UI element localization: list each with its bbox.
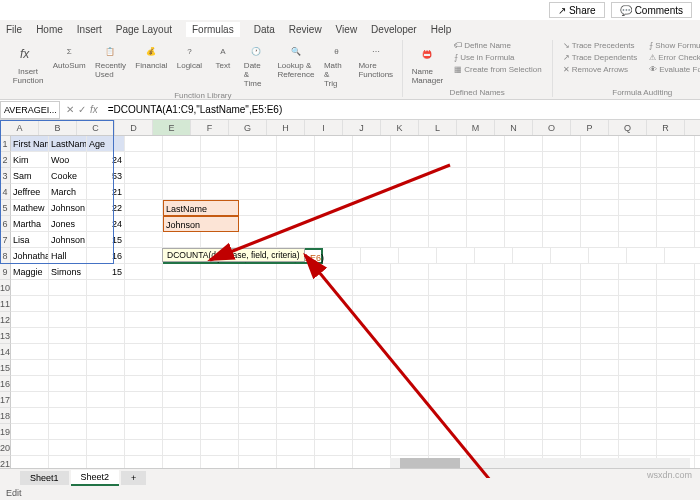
cell-N3[interactable] — [505, 168, 543, 184]
col-header-f[interactable]: F — [191, 120, 229, 135]
cell-O10[interactable] — [543, 280, 581, 296]
cell-G13[interactable] — [239, 328, 277, 344]
row-header-16[interactable]: 16 — [0, 376, 11, 392]
cell-G12[interactable] — [239, 312, 277, 328]
error-checking-button[interactable]: ⚠Error Checking — [645, 52, 700, 63]
cell-F17[interactable] — [201, 392, 239, 408]
cell-R19[interactable] — [657, 424, 695, 440]
cell-A5[interactable]: Mathew — [11, 200, 49, 216]
cell-O6[interactable] — [543, 216, 581, 232]
cell-O12[interactable] — [543, 312, 581, 328]
cell-M5[interactable] — [467, 200, 505, 216]
cell-K1[interactable] — [391, 136, 429, 152]
cell-M1[interactable] — [467, 136, 505, 152]
row-header-14[interactable]: 14 — [0, 344, 11, 360]
financial-button[interactable]: 💰Financial — [133, 40, 170, 72]
cell-G16[interactable] — [239, 376, 277, 392]
cell-I1[interactable] — [315, 136, 353, 152]
cell-S4[interactable] — [695, 184, 700, 200]
cell-Q19[interactable] — [619, 424, 657, 440]
trace-precedents-button[interactable]: ↘Trace Precedents — [559, 40, 642, 51]
cell-A19[interactable] — [11, 424, 49, 440]
cell-B7[interactable]: Johnson — [49, 232, 87, 248]
cell-O13[interactable] — [543, 328, 581, 344]
cell-O2[interactable] — [543, 152, 581, 168]
cell-N15[interactable] — [505, 360, 543, 376]
cell-D11[interactable] — [125, 296, 163, 312]
cell-O18[interactable] — [543, 408, 581, 424]
menu-formulas[interactable]: Formulas — [186, 22, 240, 37]
cell-B18[interactable] — [49, 408, 87, 424]
cell-S10[interactable] — [695, 280, 700, 296]
cell-M2[interactable] — [467, 152, 505, 168]
col-header-k[interactable]: K — [381, 120, 419, 135]
cell-B17[interactable] — [49, 392, 87, 408]
row-header-8[interactable]: 8 — [0, 248, 11, 264]
cell-O1[interactable] — [543, 136, 581, 152]
cell-A16[interactable] — [11, 376, 49, 392]
cell-C19[interactable] — [87, 424, 125, 440]
cell-C3[interactable]: 53 — [87, 168, 125, 184]
cell-N4[interactable] — [505, 184, 543, 200]
cell-A3[interactable]: Sam — [11, 168, 49, 184]
menu-file[interactable]: File — [6, 24, 22, 35]
cell-C5[interactable]: 22 — [87, 200, 125, 216]
row-header-10[interactable]: 10 — [0, 280, 11, 296]
cell-M3[interactable] — [467, 168, 505, 184]
more-functions-button[interactable]: ⋯More Functions — [356, 40, 396, 81]
cell-B14[interactable] — [49, 344, 87, 360]
cell-Q9[interactable] — [619, 264, 657, 280]
cell-C15[interactable] — [87, 360, 125, 376]
cell-P19[interactable] — [581, 424, 619, 440]
cell-P14[interactable] — [581, 344, 619, 360]
cell-E9[interactable] — [163, 264, 201, 280]
cell-J1[interactable] — [353, 136, 391, 152]
cell-N13[interactable] — [505, 328, 543, 344]
cell-S9[interactable] — [695, 264, 700, 280]
enter-icon[interactable]: ✓ — [78, 104, 86, 115]
cell-S6[interactable] — [695, 216, 700, 232]
cell-P9[interactable] — [581, 264, 619, 280]
cell-N1[interactable] — [505, 136, 543, 152]
cell-E7[interactable] — [163, 232, 201, 248]
cell-G20[interactable] — [239, 440, 277, 456]
cell-G11[interactable] — [239, 296, 277, 312]
cell-N12[interactable] — [505, 312, 543, 328]
cell-P5[interactable] — [581, 200, 619, 216]
menu-home[interactable]: Home — [36, 24, 63, 35]
menu-insert[interactable]: Insert — [77, 24, 102, 35]
formula-input[interactable]: =DCOUNTA(A1:C9,"LastName",E5:E6) — [104, 104, 700, 115]
cell-S14[interactable] — [695, 344, 700, 360]
cell-R7[interactable] — [657, 232, 695, 248]
cell-C2[interactable]: 24 — [87, 152, 125, 168]
cell-C17[interactable] — [87, 392, 125, 408]
cell-N7[interactable] — [505, 232, 543, 248]
cell-D18[interactable] — [125, 408, 163, 424]
col-header-e[interactable]: E — [153, 120, 191, 135]
cell-M7[interactable] — [467, 232, 505, 248]
cell-R4[interactable] — [657, 184, 695, 200]
cell-D6[interactable] — [125, 216, 163, 232]
cell-R13[interactable] — [657, 328, 695, 344]
cell-R2[interactable] — [657, 152, 695, 168]
cell-E12[interactable] — [163, 312, 201, 328]
row-header-1[interactable]: 1 — [0, 136, 11, 152]
cell-B8[interactable]: Hall — [49, 248, 87, 264]
cell-C8[interactable]: 16 — [87, 248, 125, 264]
cell-E15[interactable] — [163, 360, 201, 376]
cell-A17[interactable] — [11, 392, 49, 408]
cell-G18[interactable] — [239, 408, 277, 424]
cell-R8[interactable] — [627, 248, 665, 264]
cell-B1[interactable]: LastName — [49, 136, 87, 152]
row-header-6[interactable]: 6 — [0, 216, 11, 232]
cell-P12[interactable] — [581, 312, 619, 328]
cell-D13[interactable] — [125, 328, 163, 344]
cell-G14[interactable] — [239, 344, 277, 360]
cell-A12[interactable] — [11, 312, 49, 328]
cell-S15[interactable] — [695, 360, 700, 376]
cell-C6[interactable]: 24 — [87, 216, 125, 232]
mathtrig-button[interactable]: θMath & Trig — [321, 40, 352, 90]
cell-A10[interactable] — [11, 280, 49, 296]
col-header-j[interactable]: J — [343, 120, 381, 135]
cell-Q2[interactable] — [619, 152, 657, 168]
